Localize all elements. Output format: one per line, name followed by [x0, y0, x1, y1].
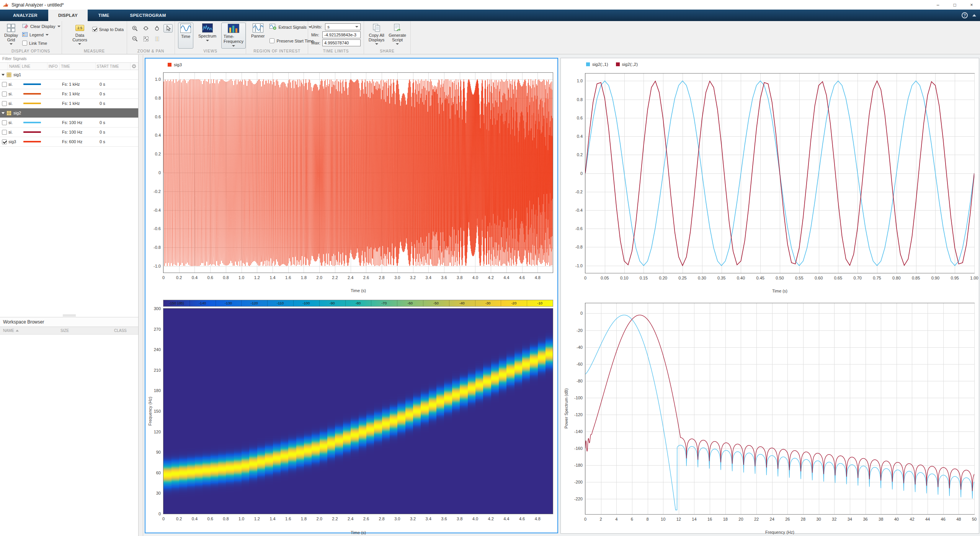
zoom-out-icon[interactable] [130, 34, 139, 43]
expander-icon[interactable] [2, 74, 5, 76]
signal-group-icon [7, 111, 11, 116]
clear-display-button[interactable]: Clear Display [22, 23, 60, 30]
column-info[interactable]: INFO [47, 63, 60, 70]
min-time-field[interactable] [322, 31, 361, 38]
column-time[interactable]: TIME [60, 63, 95, 70]
preserve-start-time-checkbox[interactable]: Preserve Start Time [270, 37, 314, 44]
section-region-of-interest: Panner Extract Signals Preserve Start Ti… [246, 21, 308, 54]
generate-script-button[interactable]: Generate Script [387, 23, 407, 49]
checkbox-icon[interactable] [2, 82, 7, 87]
ws-column-size[interactable]: SIZE [57, 328, 111, 333]
sig2-waveform-canvas[interactable] [585, 74, 974, 273]
link-time-label: Link Time [29, 41, 47, 46]
checkbox-icon[interactable] [22, 41, 27, 46]
clear-display-label: Clear Display [30, 24, 55, 29]
display-2[interactable]: sig2(:,1) sig2(:,2) 00.050.100.150.200.2… [560, 58, 979, 534]
time-view-button[interactable]: Time [178, 23, 193, 49]
y-tick-label: -1.0 [154, 264, 161, 268]
signal-row[interactable]: sig3Fs: 600 Hz0 s [0, 137, 138, 147]
display-grid-button[interactable]: Display Grid [3, 23, 19, 49]
line-style-swatch[interactable] [23, 83, 41, 85]
legend-swatch [586, 62, 590, 66]
column-name[interactable]: NAME [8, 63, 21, 70]
tab-spectrogram[interactable]: SPECTROGRAM [120, 10, 176, 21]
signal-info [49, 89, 62, 98]
spectrum-view-button[interactable]: Spectrum [196, 23, 218, 49]
sig2-spectrum-axes: 0246810121416182022242628303234363840424… [585, 303, 975, 515]
y-tick-label: 1.0 [155, 77, 161, 82]
x-tick-label: 50 [972, 517, 977, 521]
zoom-x-icon[interactable] [141, 24, 150, 33]
x-tick-label: 2.2 [332, 275, 338, 280]
signal-row[interactable]: si.Fs: 100 Hz0 s [0, 118, 138, 127]
sig3-spectrogram-canvas[interactable] [163, 309, 553, 514]
filter-signals-input[interactable] [0, 55, 138, 62]
line-style-swatch[interactable] [23, 131, 41, 133]
panel-resize-handle[interactable] [0, 314, 138, 317]
help-icon[interactable]: ? [962, 12, 968, 18]
snap-to-data-label: Snap to Data [99, 27, 124, 32]
maximize-button[interactable]: □ [946, 0, 963, 10]
signal-row[interactable]: si.Fs: 100 Hz0 s [0, 127, 138, 137]
checkbox-checked-icon[interactable] [92, 27, 97, 32]
signal-row[interactable]: si.Fs: 1 kHz0 s [0, 80, 138, 89]
data-cursors-button[interactable]: 2.5 Data Cursors [70, 23, 89, 49]
y-tick-label: -1.0 [575, 263, 583, 268]
checkbox-icon[interactable] [2, 101, 7, 106]
zoom-y-icon[interactable] [152, 24, 162, 33]
time-frequency-view-button[interactable]: Time-Frequency [221, 23, 246, 49]
checkbox-icon[interactable] [2, 130, 7, 135]
close-button[interactable]: × [963, 0, 980, 10]
x-tick-label: 0.40 [737, 276, 745, 280]
pointer-icon[interactable] [163, 24, 173, 33]
legend-button[interactable]: Legend [22, 31, 60, 38]
line-style-swatch[interactable] [23, 93, 41, 95]
ws-column-class[interactable]: CLASS [111, 328, 138, 333]
checkbox-checked-icon[interactable] [2, 139, 7, 144]
line-style-swatch[interactable] [23, 141, 41, 142]
signal-row[interactable]: si.Fs: 1 kHz0 s [0, 99, 138, 108]
sig2-time-axes: 00.050.100.150.200.250.300.350.400.450.5… [585, 73, 975, 273]
display-1-selected[interactable]: sig3 00.20.40.60.81.01.21.41.61.82.02.22… [145, 58, 558, 533]
expander-icon[interactable] [2, 112, 5, 114]
signal-group-row[interactable]: sig2 [0, 108, 138, 118]
fit-to-view-icon[interactable] [141, 34, 150, 43]
sig3-waveform-canvas[interactable] [163, 73, 553, 273]
line-style-swatch[interactable] [23, 103, 41, 104]
line-style-swatch[interactable] [23, 122, 41, 123]
extract-signals-button[interactable]: Extract Signals [270, 23, 314, 31]
x-tick-label: 32 [832, 517, 836, 521]
collapse-toolstrip-icon[interactable] [972, 14, 976, 16]
column-line[interactable]: LINE [21, 63, 47, 70]
signal-row[interactable]: si.Fs: 1 kHz0 s [0, 89, 138, 99]
tab-analyzer[interactable]: ANALYZER [3, 10, 47, 21]
y-tick-label: 60 [156, 471, 161, 475]
x-tick-label: 0 [584, 517, 586, 521]
checkbox-icon[interactable] [2, 92, 7, 96]
checkbox-icon[interactable] [2, 120, 7, 125]
x-tick-label: 3.4 [426, 275, 431, 280]
pan-icon[interactable] [152, 34, 162, 43]
max-time-field[interactable] [322, 39, 361, 46]
ws-column-name[interactable]: NAME [0, 328, 57, 333]
sidebar-splitter[interactable] [139, 55, 143, 536]
tab-time[interactable]: TIME [88, 10, 119, 21]
display-area: sig3 00.20.40.60.81.01.21.41.61.82.02.22… [143, 55, 980, 536]
y-tick-label: -0.8 [575, 245, 583, 249]
column-start-time[interactable]: START TIME [96, 63, 131, 70]
minimize-button[interactable]: – [929, 0, 946, 10]
signal-group-row[interactable]: sig1 [0, 70, 138, 80]
sig2-spectrum-canvas[interactable] [585, 303, 974, 514]
y-axis-label: Power Spectrum (dB) [564, 388, 568, 428]
units-select[interactable]: s [325, 23, 361, 30]
panner-button[interactable]: Panner [249, 23, 266, 49]
link-time-checkbox[interactable]: Link Time [22, 39, 60, 47]
gear-icon[interactable] [132, 64, 136, 69]
colorbar-segment-divider [189, 300, 190, 306]
copy-all-displays-button[interactable]: Copy All Displays [367, 23, 386, 49]
tab-display[interactable]: DISPLAY [48, 10, 88, 21]
x-tick-label: 0.60 [815, 276, 823, 280]
checkbox-icon[interactable] [270, 38, 274, 43]
zoom-in-icon[interactable] [130, 24, 139, 33]
snap-to-data-checkbox[interactable]: Snap to Data [92, 26, 124, 33]
